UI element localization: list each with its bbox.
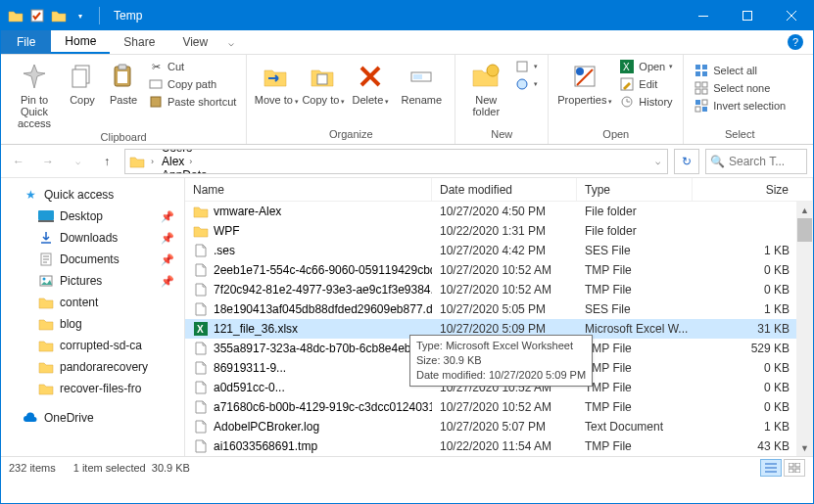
tab-home[interactable]: Home (51, 30, 110, 54)
pin-icon: 📌 (161, 210, 174, 223)
close-button[interactable] (769, 1, 813, 30)
nav-up-button[interactable]: ↑ (95, 150, 119, 173)
edit-button[interactable]: Edit (619, 76, 673, 92)
file-row[interactable]: .ses10/27/2020 4:42 PMSES File1 KB (185, 241, 813, 260)
folder-icon (38, 359, 54, 375)
file-row[interactable]: AdobelPCBroker.log10/27/2020 5:07 PMText… (185, 417, 813, 436)
select-group-label: Select (690, 126, 790, 144)
svg-rect-27 (702, 82, 707, 87)
copy-path-button[interactable]: Copy path (148, 76, 236, 92)
column-type[interactable]: Type (577, 178, 693, 201)
excel-icon: X (193, 321, 209, 337)
nav-forward-button[interactable]: → (36, 150, 60, 173)
copy-path-icon (148, 76, 164, 92)
file-icon (193, 399, 209, 415)
tree-item[interactable]: pandorarecovery (1, 356, 184, 378)
tree-item[interactable]: corrupted-sd-ca (1, 335, 184, 356)
history-button[interactable]: History (619, 94, 673, 110)
file-row[interactable]: a71680c6-b00b-4129-919c-c3dcc01240311...… (185, 397, 813, 417)
svg-rect-7 (118, 71, 127, 83)
help-button[interactable]: ? (778, 30, 813, 54)
select-all-button[interactable]: Select all (694, 63, 786, 78)
tree-item[interactable]: Documents📌 (1, 249, 184, 270)
tree-item[interactable]: Pictures📌 (1, 270, 184, 292)
address-bar[interactable]: › This PC›Local Disk (C:)›Users›Alex›App… (124, 149, 668, 174)
cloud-icon (23, 410, 38, 426)
copy-button[interactable]: Copy (62, 57, 103, 106)
scroll-down-icon[interactable]: ▼ (796, 439, 813, 456)
paste-shortcut-button[interactable]: Paste shortcut (148, 94, 236, 110)
tab-view[interactable]: View (168, 30, 221, 54)
file-tooltip: Type: Microsoft Excel Worksheet Size: 30… (409, 335, 593, 387)
breadcrumb[interactable]: Alex› (160, 155, 251, 168)
svg-rect-10 (317, 74, 327, 84)
search-box[interactable]: 🔍Search T... (705, 149, 807, 174)
desktop-icon (38, 208, 54, 224)
checkbox-icon[interactable] (28, 7, 46, 24)
copy-to-button[interactable]: Copy to ▾ (300, 57, 347, 106)
status-selected: 1 item selected 30.9 KB (73, 462, 190, 474)
scroll-up-icon[interactable]: ▲ (796, 202, 813, 218)
address-dropdown-icon[interactable]: ⌵ (655, 157, 663, 166)
folder-icon (193, 204, 209, 219)
navigation-tree[interactable]: ★Quick access Desktop📌Downloads📌Document… (1, 178, 185, 456)
maximize-button[interactable] (725, 1, 769, 30)
pin-to-quick-access-button[interactable]: Pin to Quick access (7, 57, 62, 129)
properties-button[interactable]: Properties ▾ (554, 57, 615, 106)
ribbon-collapse-icon[interactable]: ⌵ (221, 30, 241, 54)
window-title: Temp (114, 9, 142, 23)
column-date[interactable]: Date modified (432, 178, 577, 201)
tree-item[interactable]: Downloads📌 (1, 227, 184, 249)
menubar: File Home Share View ⌵ ? (1, 30, 813, 55)
column-name[interactable]: Name (185, 178, 432, 201)
status-bar: 232 items 1 item selected 30.9 KB (1, 456, 813, 479)
file-row[interactable]: 18e190413af045db88dfded29609eb877.db...1… (185, 299, 813, 319)
nav-recent-button[interactable]: ⌵ (66, 150, 89, 173)
paste-button[interactable]: Paste (103, 57, 144, 106)
svg-rect-42 (795, 463, 800, 467)
tree-item[interactable]: content (1, 292, 184, 313)
nav-back-button[interactable]: ← (7, 150, 30, 173)
move-to-button[interactable]: Move to ▾ (253, 57, 300, 106)
delete-button[interactable]: Delete ▾ (347, 57, 394, 106)
folder-icon (38, 338, 54, 353)
rename-button[interactable]: Rename (394, 57, 449, 106)
vertical-scrollbar[interactable]: ▲ ▼ (796, 202, 813, 456)
minimize-button[interactable] (681, 1, 725, 30)
tree-item[interactable]: recover-files-fro (1, 378, 184, 399)
svg-rect-23 (702, 65, 707, 69)
address-bar-row: ← → ⌵ ↑ › This PC›Local Disk (C:)›Users›… (1, 145, 813, 178)
svg-rect-41 (789, 463, 793, 467)
tree-item[interactable]: Desktop📌 (1, 206, 184, 227)
file-row[interactable]: 2eeb1e71-554c-4c66-9060-059119429cbd...1… (185, 260, 813, 280)
details-view-button[interactable] (760, 459, 782, 477)
svg-rect-12 (413, 74, 422, 79)
refresh-button[interactable]: ↻ (674, 149, 699, 174)
invert-selection-button[interactable]: Invert selection (694, 98, 786, 114)
file-row[interactable]: WPF10/22/2020 1:31 PMFile folder (185, 221, 813, 241)
file-row[interactable]: 7f20c942-81e2-4977-93e3-ae9c1f3e9384.t..… (185, 280, 813, 299)
folder-icon (38, 316, 54, 332)
select-none-button[interactable]: Select none (694, 80, 786, 96)
file-row[interactable]: ai16033568691.tmp10/22/2020 11:54 AMTMP … (185, 436, 813, 456)
svg-point-38 (43, 278, 46, 281)
breadcrumb[interactable]: AppData› (160, 168, 251, 174)
onedrive-node[interactable]: OneDrive (1, 407, 184, 429)
new-folder-button[interactable]: New folder (461, 57, 510, 117)
easy-access-button[interactable]: ▾ (514, 76, 538, 92)
folder-small-icon[interactable] (50, 7, 68, 24)
tree-item[interactable]: blog (1, 313, 184, 335)
file-row[interactable]: vmware-Alex10/27/2020 4:50 PMFile folder (185, 202, 813, 221)
thumbnails-view-button[interactable] (784, 459, 805, 477)
clipboard-group-label: Clipboard (7, 129, 240, 147)
qat-dropdown-icon[interactable]: ▾ (72, 7, 89, 24)
file-menu[interactable]: File (1, 30, 51, 54)
tab-share[interactable]: Share (110, 30, 168, 54)
open-button[interactable]: XOpen ▾ (619, 59, 673, 74)
scroll-thumb[interactable] (797, 218, 812, 242)
quick-access-node[interactable]: ★Quick access (1, 184, 184, 206)
cut-button[interactable]: ✂Cut (148, 59, 236, 74)
shortcut-icon (148, 94, 164, 110)
column-size[interactable]: Size (693, 178, 813, 201)
new-item-button[interactable]: ▾ (514, 59, 538, 74)
